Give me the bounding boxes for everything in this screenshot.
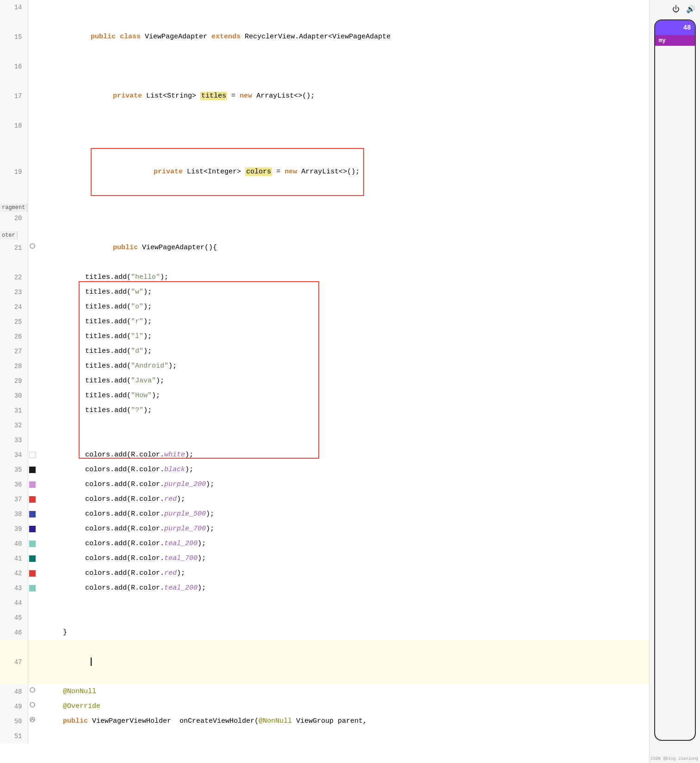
volume-icon[interactable]: 🔊 — [685, 4, 696, 15]
line-number: 16 — [0, 59, 28, 74]
line-number: 20 — [0, 211, 28, 226]
table-row: 44 — [0, 596, 649, 610]
code: titles.add( — [85, 406, 131, 414]
phone-screen: 48 my — [655, 20, 695, 740]
code-content: colors.add(R.color.purple_700); — [37, 522, 649, 536]
code-content: titles.add("hello"); — [37, 270, 649, 285]
gutter — [28, 581, 37, 596]
code-content — [37, 59, 649, 74]
color-ref: teal_200 — [164, 584, 198, 592]
code: titles.add( — [85, 318, 131, 326]
code-content: titles.add("?"); — [37, 403, 649, 418]
code-content: public ViewPagerViewHolder onCreateViewH… — [37, 714, 649, 729]
code: ArrayList<>(); — [256, 92, 315, 100]
code: ); — [143, 332, 152, 340]
table-row: 15 public class ViewPageAdapter extends … — [0, 15, 649, 59]
line-number: 39 — [0, 522, 28, 536]
gutter — [28, 507, 37, 522]
code-content: titles.add("w"); — [37, 285, 649, 300]
color-ref: purple_700 — [164, 525, 206, 533]
line-number: 18 — [0, 118, 28, 133]
bookmark-icon — [29, 701, 36, 708]
keyword-new: new — [285, 168, 301, 176]
string: "hello" — [131, 273, 160, 281]
code: = — [227, 92, 240, 100]
svg-point-2 — [30, 702, 35, 707]
line-number: 46 — [0, 625, 28, 640]
line-number: 22 — [0, 270, 28, 285]
table-row: 22 titles.add("hello"); — [0, 270, 649, 285]
code-content: colors.add(R.color.white); — [37, 448, 649, 462]
gutter — [28, 448, 37, 462]
code: titles.add( — [85, 332, 131, 340]
code: colors.add(R.color. — [85, 525, 164, 533]
table-row: 46 } — [0, 625, 649, 640]
line-number: 37 — [0, 492, 28, 507]
line-number: 36 — [0, 477, 28, 492]
right-panel: ⏻ 🔊 48 my CSDN @Ding Jiaxiong — [649, 0, 700, 763]
color-ref: teal_200 — [164, 540, 198, 548]
code-content: @Override — [37, 699, 649, 714]
table-row: 39 colors.add(R.color.purple_700); — [0, 522, 649, 536]
code-content: private List<String> titles = new ArrayL… — [37, 74, 649, 118]
code: colors.add(R.color. — [85, 584, 164, 592]
code: ); — [143, 288, 152, 296]
parent-class: RecyclerView.Adapter<ViewPageAdapte — [245, 33, 390, 41]
line-number: 42 — [0, 566, 28, 581]
line-number: 43 — [0, 581, 28, 596]
code: ); — [168, 362, 177, 370]
var-colors: colors — [245, 167, 272, 176]
svg-point-1 — [30, 688, 35, 692]
phone-number-badge: 48 — [655, 20, 695, 35]
annotation: @Override — [63, 702, 100, 710]
table-row: 17 private List<String> titles = new Arr… — [0, 74, 649, 118]
gutter — [28, 729, 37, 744]
table-row: 35 colors.add(R.color.black); — [0, 462, 649, 477]
color-ref: purple_500 — [164, 510, 206, 518]
gutter — [28, 211, 37, 226]
code: titles.add( — [85, 362, 131, 370]
color-swatch-purple500 — [29, 511, 36, 517]
code-content: } — [37, 625, 649, 640]
code: ); — [143, 303, 152, 311]
color-swatch-teal700 — [29, 555, 36, 562]
code: ); — [143, 406, 152, 414]
code-lines: 14 15 public class ViewPageAdapter exten… — [0, 0, 649, 744]
gutter — [28, 329, 37, 344]
line-number: 40 — [0, 536, 28, 551]
line-number: 24 — [0, 300, 28, 314]
gutter — [28, 433, 37, 448]
gutter — [28, 0, 37, 15]
line-number: 26 — [0, 329, 28, 344]
code: ArrayList<>(); — [301, 168, 359, 176]
table-row: 20 — [0, 211, 649, 226]
power-icon[interactable]: ⏻ — [670, 4, 681, 15]
code-content: @NonNull — [37, 684, 649, 699]
keyword: public — [113, 244, 142, 252]
string: "?" — [131, 406, 143, 414]
code: ); — [152, 392, 160, 400]
line-number: 35 — [0, 462, 28, 477]
code-content: titles.add("r"); — [37, 314, 649, 329]
code: colors.add(R.color. — [85, 451, 164, 459]
code-content: colors.add(R.color.black); — [37, 462, 649, 477]
code-content — [37, 610, 649, 625]
code: colors.add(R.color. — [85, 540, 164, 548]
gutter — [28, 566, 37, 581]
code: ViewGroup parent, — [292, 717, 367, 725]
bookmark-up-icon — [29, 716, 36, 723]
gutter — [28, 625, 37, 640]
keyword-public: public — [91, 33, 120, 41]
code: ); — [177, 495, 185, 503]
line-number: 28 — [0, 359, 28, 374]
line-number: 15 — [0, 15, 28, 59]
code-content — [37, 118, 649, 133]
type: List<Integer> — [187, 168, 245, 176]
line-number: 51 — [0, 729, 28, 744]
line-number: 25 — [0, 314, 28, 329]
string: "How" — [131, 392, 152, 400]
table-row: 14 — [0, 0, 649, 15]
code-content: titles.add("Android"); — [37, 359, 649, 374]
line-number: 29 — [0, 374, 28, 388]
code: ); — [198, 540, 206, 548]
